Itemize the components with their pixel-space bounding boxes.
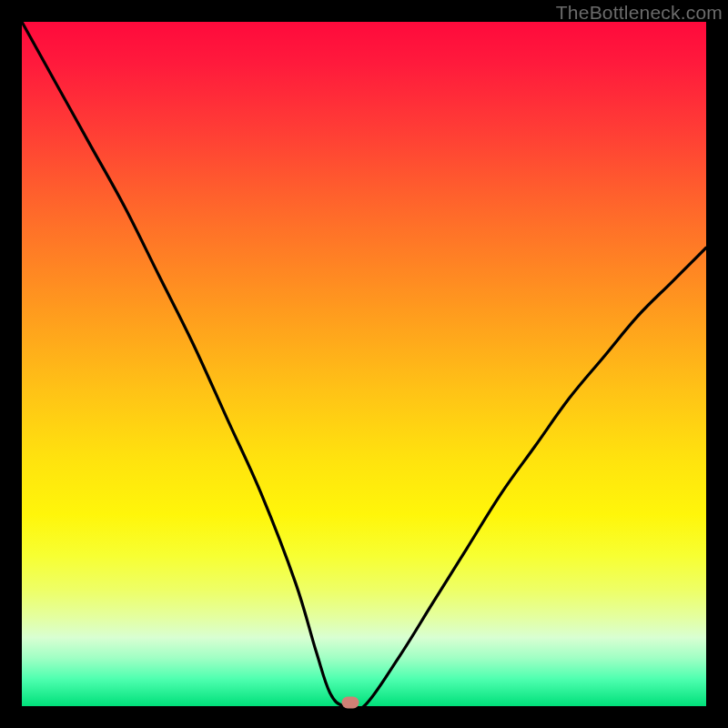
bottleneck-curve	[22, 22, 706, 706]
chart-plot-area	[22, 22, 706, 706]
curve-svg	[22, 22, 706, 706]
optimal-point-marker	[341, 697, 359, 709]
watermark-text: TheBottleneck.com	[556, 2, 723, 24]
chart-frame: TheBottleneck.com	[0, 0, 728, 728]
